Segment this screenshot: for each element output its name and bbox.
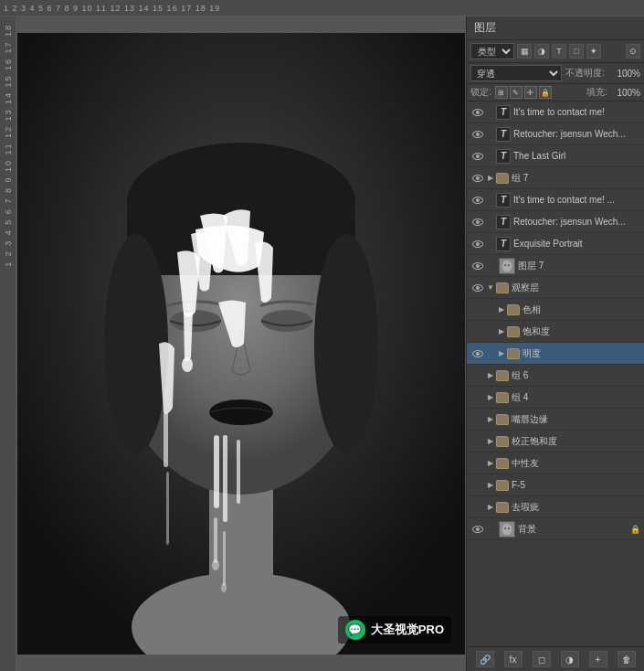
layer-expand-icon[interactable] [485,217,496,228]
blend-mode-select[interactable]: 穿透 [470,65,562,81]
layer-expand-icon[interactable]: ▶ [496,304,507,315]
filter-toggle-icon[interactable]: ⊙ [626,44,640,59]
layer-folder-icon [507,304,520,315]
layer-expand-icon[interactable] [485,195,496,206]
layer-folder-icon [496,370,509,381]
layer-expand-icon[interactable]: ▶ [496,348,507,359]
layer-item[interactable]: ▶组 4 [467,387,644,409]
new-fill-layer-btn[interactable]: ◑ [561,651,579,667]
layer-item[interactable]: ▶明度 [467,343,644,365]
layer-expand-icon[interactable] [485,107,496,118]
layer-expand-icon[interactable] [485,261,496,272]
layer-visibility-toggle[interactable] [470,197,485,204]
layer-expand-icon[interactable]: ▶ [485,392,496,403]
layer-type-text-icon: T [496,215,511,229]
layer-type-text-icon: T [496,105,511,120]
layer-item[interactable]: TIt's time to contact me! [467,101,644,123]
layer-item[interactable]: TExquisite Portrait [467,233,644,255]
layer-item[interactable]: ▶去瑕疵 [467,496,644,518]
layer-visibility-toggle[interactable] [470,526,485,533]
layer-item[interactable]: TIt's time to contact me! ... [467,189,644,211]
layer-visibility-toggle[interactable] [470,153,485,160]
layer-visibility-toggle[interactable] [470,350,485,357]
svg-point-9 [261,310,312,332]
adjustment-filter-icon[interactable]: ◑ [534,44,549,59]
layer-name-label: 中性友 [512,457,640,470]
svg-point-22 [502,260,512,271]
lock-transparent-btn[interactable]: ⊞ [495,86,508,99]
delete-layer-btn[interactable]: 🗑 [618,651,636,667]
layer-style-btn[interactable]: fx [504,651,523,667]
layer-name-label: 嘴唇边缘 [512,413,640,426]
layer-type-select[interactable]: 类型 [470,43,514,59]
layer-bottom-toolbar: 🔗 fx ◻ ◑ + 🗑 [467,646,644,671]
svg-rect-15 [214,517,217,563]
smart-filter-icon[interactable]: ✦ [586,44,601,59]
lock-move-btn[interactable]: ✛ [524,86,537,99]
layer-expand-icon[interactable] [485,151,496,162]
lock-paint-btn[interactable]: ✎ [510,86,523,99]
layer-item[interactable]: TThe Last Girl [467,145,644,167]
layer-item[interactable]: ▶组 7 [467,167,644,189]
layer-mask-btn[interactable]: ◻ [533,651,551,667]
layer-expand-icon[interactable]: ▶ [496,326,507,337]
layer-item[interactable]: ▼观察层 [467,277,644,299]
eye-icon [472,131,483,138]
layers-list[interactable]: TIt's time to contact me!TRetoucher: jse… [467,101,644,646]
lock-all-btn[interactable]: 🔒 [539,86,552,99]
layer-visibility-toggle[interactable] [470,284,485,292]
layer-item[interactable]: TRetoucher: jsensun Wech... [467,123,644,145]
layer-expand-icon[interactable]: ▶ [485,414,496,425]
opacity-label: 不透明度: [565,67,605,80]
link-layers-btn[interactable]: 🔗 [476,651,494,667]
layer-visibility-toggle[interactable] [470,218,485,226]
layer-item[interactable]: ▶饱和度 [467,321,644,343]
watermark: 💬 大圣视觉PRO [338,616,451,644]
layer-expand-icon[interactable]: ▶ [485,502,496,513]
layer-folder-icon [496,502,509,513]
layer-item[interactable]: 背景🔒 [467,518,644,540]
layer-item[interactable]: ▶中性友 [467,453,644,474]
layer-expand-icon[interactable]: ▶ [485,173,496,184]
layer-expand-icon[interactable]: ▶ [485,480,496,491]
svg-point-6 [104,234,168,453]
layer-item[interactable]: ▶F-5 [467,474,644,496]
layer-item[interactable]: ▶校正饱和度 [467,431,644,453]
svg-point-7 [314,234,378,453]
layer-visibility-toggle[interactable] [470,175,485,182]
fill-value[interactable]: 100% [611,88,640,98]
layer-type-text-icon: T [496,127,511,142]
layer-visibility-toggle[interactable] [470,109,485,116]
layer-expand-icon[interactable]: ▶ [485,458,496,469]
canvas-area: 💬 大圣视觉PRO [16,16,466,671]
layer-item[interactable]: ▶嘴唇边缘 [467,409,644,431]
layer-folder-icon [496,436,509,447]
shape-filter-icon[interactable]: □ [569,44,584,59]
photo-container: 💬 大圣视觉PRO [17,33,465,655]
layer-visibility-toggle[interactable] [470,131,485,138]
layer-visibility-toggle[interactable] [470,240,485,248]
layer-item[interactable]: 图层 7 [467,255,644,277]
layer-expand-icon[interactable]: ▶ [485,370,496,381]
fill-label: 填充: [586,86,607,99]
layer-item[interactable]: ▶组 6 [467,365,644,387]
layer-expand-icon[interactable]: ▶ [485,436,496,447]
layer-expand-icon[interactable] [485,129,496,140]
layer-name-label: 色相 [523,304,640,316]
layer-expand-icon[interactable]: ▼ [485,282,496,293]
layer-expand-icon[interactable] [485,524,496,535]
layers-panel: 图层 类型 ▦ ◑ T □ ✦ ⊙ 穿透 不透明度: 100% 锁定: ⊞ [466,16,644,671]
svg-point-23 [504,264,506,266]
new-layer-btn[interactable]: + [589,651,607,667]
layer-item[interactable]: ▶色相 [467,299,644,321]
layer-name-label: 图层 7 [518,260,640,272]
layer-item[interactable]: TRetoucher: jsensun Wech... [467,211,644,233]
pixel-filter-icon[interactable]: ▦ [517,44,532,59]
svg-point-17 [212,559,219,570]
layer-visibility-toggle[interactable] [470,262,485,270]
opacity-value[interactable]: 100% [608,69,640,79]
svg-point-11 [182,357,193,372]
photo-svg [17,33,465,655]
layer-expand-icon[interactable] [485,239,496,250]
type-filter-icon[interactable]: T [552,44,566,59]
